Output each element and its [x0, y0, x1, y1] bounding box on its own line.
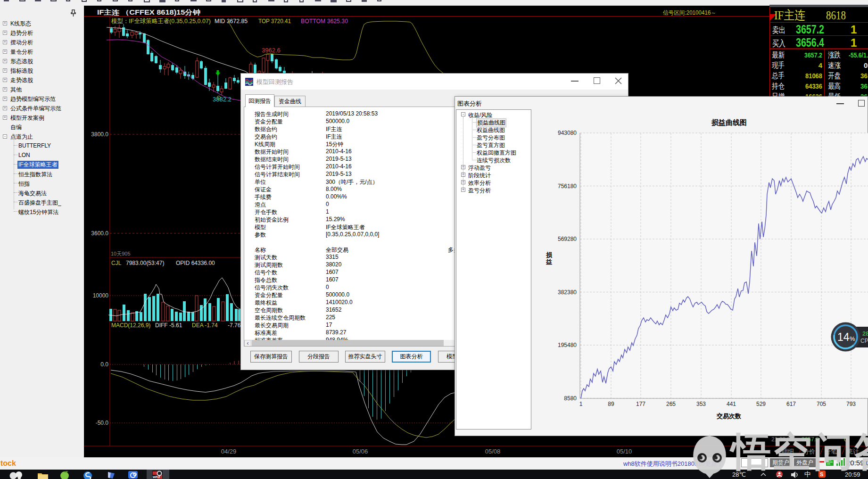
- svg-text:705: 705: [817, 401, 826, 407]
- svg-text:MID 3672.85: MID 3672.85: [215, 17, 248, 25]
- svg-text:DEA -1.74: DEA -1.74: [192, 322, 218, 329]
- svg-text:382380: 382380: [558, 289, 577, 296]
- svg-text:3600.0: 3600.0: [91, 230, 108, 237]
- svg-text:353: 353: [696, 401, 706, 407]
- svg-text:1: 1: [851, 23, 857, 36]
- svg-text:损: 损: [546, 251, 553, 258]
- svg-text:89: 89: [608, 401, 614, 407]
- svg-text:36: 36: [860, 72, 868, 80]
- svg-text:%: %: [850, 335, 855, 342]
- svg-text:10000: 10000: [93, 292, 109, 299]
- svg-text:10天905: 10天905: [111, 251, 131, 256]
- svg-text:开盘: 开盘: [828, 72, 841, 80]
- svg-text:81068: 81068: [805, 72, 822, 80]
- svg-text:OPID 64336.00: OPID 64336.00: [176, 260, 215, 266]
- svg-text:793: 793: [846, 401, 856, 407]
- svg-text:最新: 最新: [772, 51, 785, 59]
- svg-text:信号区间:20100416～: 信号区间:20100416～: [663, 9, 716, 16]
- svg-text:3657.2: 3657.2: [796, 22, 824, 36]
- svg-text:756180: 756180: [558, 183, 577, 190]
- svg-text:8618: 8618: [826, 8, 846, 22]
- svg-text:-50.0: -50.0: [96, 420, 109, 426]
- svg-text:损益曲线图: 损益曲线图: [711, 118, 747, 126]
- svg-text:BOTTOM 3625.30: BOTTOM 3625.30: [301, 17, 348, 25]
- svg-text:8580: 8580: [564, 395, 577, 402]
- svg-text:-7.76: -7.76: [228, 322, 241, 329]
- svg-text:617: 617: [786, 401, 796, 407]
- svg-text:总手: 总手: [771, 72, 785, 80]
- svg-text:569280: 569280: [558, 236, 577, 242]
- svg-text:3800.0: 3800.0: [91, 131, 108, 138]
- svg-text:0.: 0.: [864, 61, 868, 69]
- svg-text:05/10: 05/10: [617, 448, 632, 455]
- svg-text:36: 36: [860, 82, 868, 90]
- svg-text:现手: 现手: [772, 61, 785, 69]
- svg-text:MACD(12,26,9): MACD(12,26,9): [111, 322, 150, 329]
- svg-text:TOP 3720.41: TOP 3720.41: [258, 17, 291, 25]
- svg-text:3657.2: 3657.2: [804, 51, 822, 59]
- svg-text:529: 529: [756, 401, 766, 407]
- svg-text:交易次数: 交易次数: [716, 413, 741, 420]
- svg-text:265: 265: [666, 401, 676, 407]
- svg-text:持仓: 持仓: [771, 82, 785, 90]
- svg-text:买入: 买入: [772, 39, 785, 48]
- svg-text:3882.2: 3882.2: [213, 96, 231, 103]
- svg-text:-55.6/1.: -55.6/1.: [849, 51, 868, 59]
- svg-text:0.0: 0.0: [100, 361, 108, 368]
- svg-text:1: 1: [851, 36, 857, 49]
- svg-text:3656.4: 3656.4: [796, 35, 824, 50]
- svg-text:wh: wh: [152, 475, 158, 479]
- svg-text:7983.00(53:47): 7983.00(53:47): [126, 260, 164, 266]
- svg-text:177: 177: [636, 401, 645, 407]
- svg-text:IF主连 （CFFEX 8618)15分钟: IF主连 （CFFEX 8618)15分钟: [97, 8, 200, 16]
- svg-text:模型：IF全球策略王者(0.35,0.25,0.07): 模型：IF全球策略王者(0.35,0.25,0.07): [111, 17, 211, 25]
- svg-text:益: 益: [546, 258, 552, 265]
- svg-text:4: 4: [818, 61, 823, 69]
- svg-text:64336: 64336: [805, 82, 822, 90]
- svg-text:CJL: CJL: [111, 260, 122, 266]
- svg-text:195480: 195480: [558, 342, 577, 348]
- svg-text:DIFF -5.61: DIFF -5.61: [155, 322, 182, 329]
- svg-text:441: 441: [727, 401, 736, 407]
- svg-text:943080: 943080: [558, 130, 577, 136]
- svg-text:05/08: 05/08: [485, 448, 501, 455]
- svg-text:1: 1: [579, 401, 583, 407]
- svg-text:IF主连: IF主连: [774, 8, 805, 22]
- svg-text:涨跌: 涨跌: [828, 51, 841, 59]
- svg-text:04/29: 04/29: [221, 448, 237, 455]
- svg-text:速涨: 速涨: [828, 61, 841, 69]
- svg-text:14: 14: [837, 331, 850, 343]
- svg-text:05/06: 05/06: [353, 448, 368, 455]
- svg-text:卖出: 卖出: [772, 25, 785, 35]
- svg-text:最高: 最高: [828, 82, 841, 90]
- svg-text:3962.6: 3962.6: [262, 47, 281, 54]
